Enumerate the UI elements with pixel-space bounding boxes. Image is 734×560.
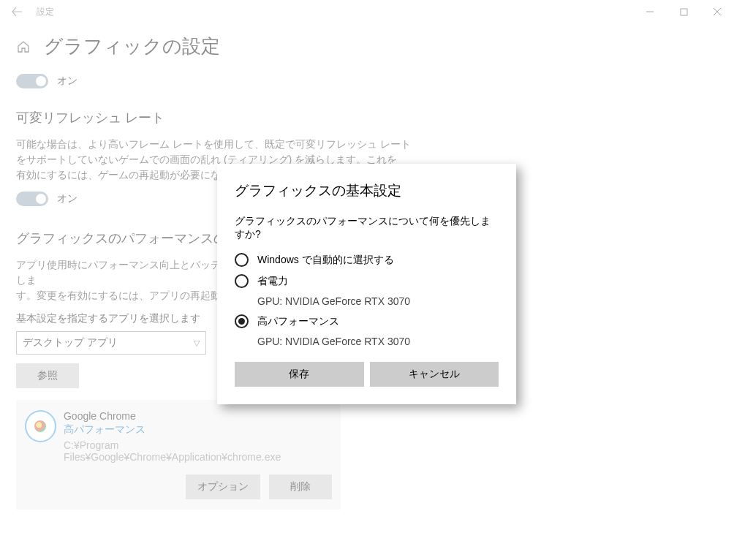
high-performance-gpu: GPU: NVIDIA GeForce RTX 3070 xyxy=(257,336,499,347)
radio-label: 高パフォーマンス xyxy=(257,315,339,328)
power-saving-gpu: GPU: NVIDIA GeForce RTX 3070 xyxy=(257,295,499,307)
radio-icon xyxy=(235,314,249,328)
graphics-preference-dialog: グラフィックスの基本設定 グラフィックスのパフォーマンスについて何を優先しますか… xyxy=(217,164,516,404)
save-button[interactable]: 保存 xyxy=(235,362,364,387)
dialog-title: グラフィックスの基本設定 xyxy=(235,181,499,200)
radio-label: Windows で自動的に選択する xyxy=(257,254,394,267)
radio-option-high-performance[interactable]: 高パフォーマンス xyxy=(235,314,499,328)
radio-option-auto[interactable]: Windows で自動的に選択する xyxy=(235,253,499,267)
dialog-subtitle: グラフィックスのパフォーマンスについて何を優先しますか? xyxy=(235,215,499,241)
radio-icon xyxy=(235,274,249,288)
radio-icon xyxy=(235,253,249,267)
settings-window: 設定 グラフィックの設定 オン 可変リフレッシュ レート 可能な場合は、より高い… xyxy=(0,0,734,560)
radio-label: 省電力 xyxy=(257,275,288,288)
radio-option-power-saving[interactable]: 省電力 xyxy=(235,274,499,288)
cancel-button[interactable]: キャンセル xyxy=(370,362,499,387)
